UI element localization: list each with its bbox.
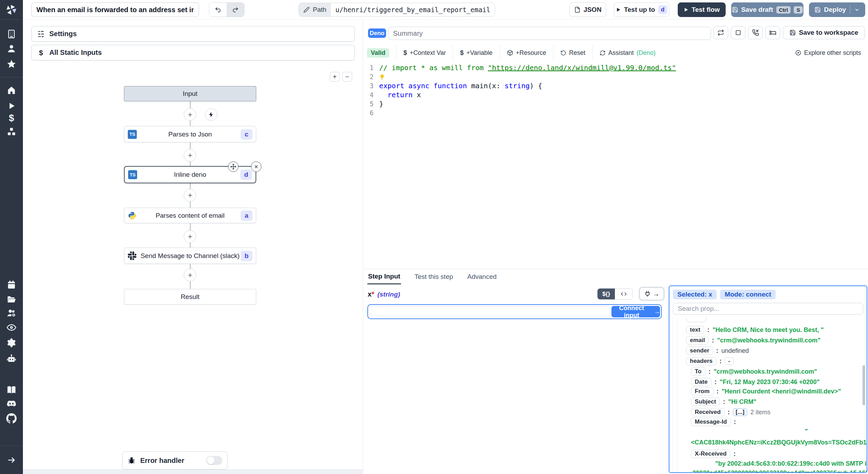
flow-node-send-message[interactable]: Send Message to Channel (slack) b	[124, 248, 256, 264]
windmill-logo-icon[interactable]	[6, 4, 17, 16]
prop-key-pill[interactable]: From	[691, 387, 713, 396]
discord-icon[interactable]	[6, 398, 17, 410]
prop-key-pill[interactable]: headers	[686, 357, 716, 365]
sync-button[interactable]	[713, 26, 728, 39]
tab-step-input[interactable]: Step Input	[367, 269, 401, 284]
prop-value[interactable]: 20020ad45c63000000b00622199cc4d0mr130376…	[692, 469, 867, 473]
test-up-to-step-badge[interactable]: d	[658, 5, 667, 14]
argument-value-input[interactable]	[369, 306, 610, 317]
prop-value[interactable]: "Henri Courdent <henri@windmill.dev>"	[722, 388, 841, 395]
zoom-in-button[interactable]: +	[330, 72, 340, 82]
prop-key-pill[interactable]: Date	[691, 378, 711, 386]
redo-button[interactable]	[227, 3, 244, 17]
connect-input-button[interactable]: Connect input →	[611, 306, 660, 317]
test-flow-button[interactable]: Test flow	[678, 2, 726, 17]
prop-key-pill[interactable]: Subject	[691, 398, 720, 406]
json-button[interactable]: JSON	[569, 2, 606, 17]
collapse-toggle[interactable]: -	[725, 357, 734, 365]
fullscreen-button[interactable]	[731, 26, 745, 39]
flow-node-parses-to-json[interactable]: TS Parses to Json c	[124, 126, 256, 142]
add-step-button[interactable]	[184, 230, 196, 243]
assistant-button[interactable]: Assistant (Deno)	[593, 49, 656, 57]
lightbulb-icon[interactable]	[379, 74, 385, 80]
add-step-button[interactable]	[184, 189, 196, 201]
prop-key-pill[interactable]: To	[691, 367, 706, 376]
prop-value[interactable]: "Fri, 12 May 2023 07:30:46 +0200"	[720, 379, 820, 386]
square-icon	[735, 30, 741, 36]
groups-users-gear-icon[interactable]	[6, 307, 17, 319]
workspace-building-icon[interactable]	[6, 28, 17, 40]
folders-icon[interactable]	[6, 293, 17, 305]
prop-key-pill[interactable]: email	[686, 336, 709, 344]
prop-key-pill[interactable]: sender	[686, 347, 713, 355]
prop-tree-scrollbar[interactable]	[862, 365, 865, 405]
flow-node-input[interactable]: Input	[124, 86, 256, 101]
save-to-workspace-button[interactable]: Save to workspace	[783, 26, 865, 39]
prop-value[interactable]: "crm@webhooks.trywindmill.com"	[714, 368, 817, 375]
test-up-to-button[interactable]: Test up to d	[614, 2, 669, 17]
code-mode-segment[interactable]	[615, 289, 632, 299]
zoom-out-button[interactable]: −	[342, 72, 352, 82]
line-number: 1	[363, 64, 374, 72]
tab-test-this-step[interactable]: Test this step	[414, 269, 454, 284]
prop-key-pill[interactable]: text	[686, 326, 704, 334]
expand-sidebar-arrow-icon[interactable]	[6, 454, 17, 466]
prop-value[interactable]: "Hi CRM"	[728, 398, 756, 406]
code-editor[interactable]: 1// import * as wmill from "https://deno…	[363, 63, 863, 117]
home-icon[interactable]	[6, 84, 17, 96]
flow-title-input[interactable]	[31, 2, 199, 17]
all-static-inputs-button[interactable]: $ All Static Inputs	[31, 45, 355, 60]
user-icon[interactable]	[6, 43, 17, 55]
summary-input[interactable]	[388, 27, 711, 40]
save-draft-button[interactable]: Save draft Ctrl S	[731, 2, 803, 17]
add-step-button[interactable]	[184, 149, 196, 161]
add-context-var-button[interactable]: $ +Context Var	[397, 49, 446, 57]
github-icon[interactable]	[6, 413, 17, 424]
error-handler-toggle[interactable]	[206, 456, 222, 465]
reset-button[interactable]: Reset	[553, 49, 585, 57]
move-node-button[interactable]	[228, 161, 239, 172]
add-trigger-button[interactable]	[205, 108, 217, 121]
prop-value[interactable]: "Hello CRM, Nice to meet you. Best, "	[712, 326, 824, 334]
prop-key-pill[interactable]: X-Received	[691, 450, 731, 458]
webhook-button[interactable]	[748, 26, 763, 39]
prop-value[interactable]: "crm@webhooks.trywindmill.com"	[717, 337, 820, 344]
tree-row-clipped	[686, 317, 706, 323]
explore-other-scripts-button[interactable]: Explore other scripts	[788, 49, 868, 57]
prop-key-pill[interactable]: Message-Id	[691, 418, 731, 426]
chevron-down-icon[interactable]	[854, 7, 860, 13]
workers-robot-icon[interactable]	[6, 352, 17, 364]
flow-node-result[interactable]: Result	[124, 289, 256, 305]
undo-button[interactable]	[209, 3, 227, 17]
add-resource-button[interactable]: +Resource	[500, 49, 546, 57]
audit-eye-icon[interactable]	[6, 322, 17, 333]
template-mode-segment[interactable]: ${}	[598, 289, 615, 299]
sleep-button[interactable]	[766, 26, 780, 39]
add-step-button[interactable]	[184, 108, 196, 121]
delete-node-button[interactable]	[251, 161, 261, 172]
flow-settings-button[interactable]: Settings	[31, 26, 355, 42]
schedules-calendar-icon[interactable]	[6, 279, 17, 291]
runs-play-icon[interactable]	[6, 100, 17, 112]
prop-value-undefined[interactable]: undefined	[721, 347, 749, 355]
search-prop-input[interactable]	[673, 303, 863, 315]
resources-cubes-icon[interactable]	[6, 126, 17, 138]
add-variable-button[interactable]: $ +Variable	[453, 49, 492, 57]
prop-value[interactable]: <CAC818hk4NphcENz=iKcz2BQGUjkVym8Vos=TSO…	[691, 439, 867, 446]
error-handler-box[interactable]: Error handler	[122, 451, 227, 469]
path-field[interactable]: Path u/henri/triggered_by_email_report_e…	[299, 3, 495, 17]
prop-key-pill[interactable]: Received	[691, 408, 725, 416]
add-step-button[interactable]	[184, 269, 196, 281]
connect-mode-button[interactable]: →	[639, 287, 665, 301]
prop-value[interactable]: "by 2002:ad4:5c63:0:b0:622:199c:c4d0 wit…	[715, 460, 867, 467]
prop-key-pill[interactable]	[686, 317, 706, 322]
collapsed-array-chip[interactable]: [...]	[733, 408, 748, 416]
settings-gear-icon[interactable]	[6, 337, 17, 349]
tab-advanced[interactable]: Advanced	[467, 269, 498, 284]
deploy-button[interactable]: Deploy	[809, 2, 865, 17]
docs-book-icon[interactable]	[6, 384, 17, 396]
favorites-star-icon[interactable]	[6, 58, 17, 70]
variables-dollar-icon[interactable]: $	[6, 112, 17, 124]
flow-node-parses-content[interactable]: Parses content of email a	[124, 208, 256, 223]
input-mode-toggle[interactable]: ${}	[597, 288, 633, 300]
